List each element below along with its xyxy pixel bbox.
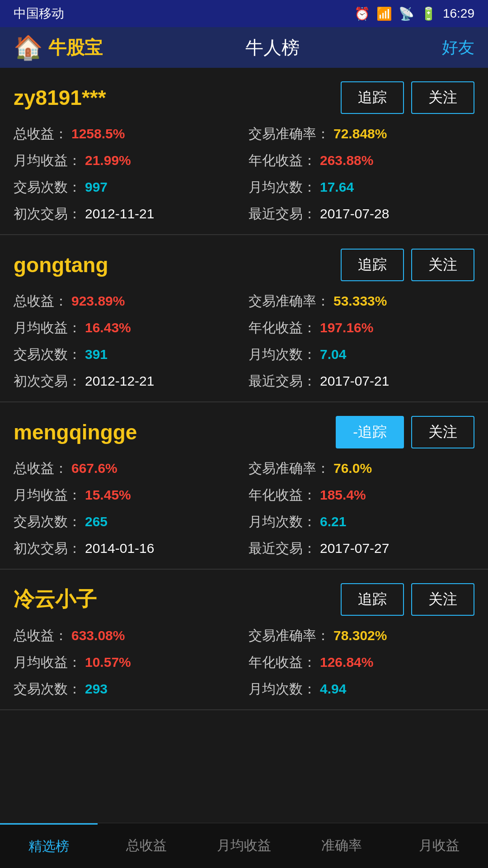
stat-item-3-5: 月均次数：4.94 xyxy=(249,680,474,698)
stat-value-0-5: 17.64 xyxy=(320,179,354,195)
stat-value-3-1: 78.302% xyxy=(333,628,387,643)
stat-value-2-6: 2014-01-16 xyxy=(85,541,154,556)
stat-label-3-2: 月均收益： xyxy=(14,653,81,672)
stat-label-2-0: 总收益： xyxy=(14,459,68,478)
stat-label-0-4: 交易次数： xyxy=(14,178,81,197)
user-card-header-3: 冷云小子追踪关注 xyxy=(14,583,474,616)
stat-item-2-0: 总收益：667.6% xyxy=(14,459,239,478)
stat-value-0-4: 997 xyxy=(85,179,108,195)
stat-label-2-3: 年化收益： xyxy=(249,486,316,505)
stat-item-0-4: 交易次数：997 xyxy=(14,178,239,197)
stat-item-2-4: 交易次数：265 xyxy=(14,513,239,531)
user-name-1: gongtang xyxy=(14,253,108,277)
stat-item-3-3: 年化收益：126.84% xyxy=(249,653,474,672)
user-card-header-0: zy8191***追踪关注 xyxy=(14,81,474,114)
battery-icon: 🔋 xyxy=(421,6,436,21)
signal-icon: 📡 xyxy=(399,6,414,21)
follow-button-2[interactable]: 关注 xyxy=(411,416,474,448)
stat-value-0-1: 72.848% xyxy=(333,126,387,142)
stat-item-3-0: 总收益：633.08% xyxy=(14,627,239,645)
stat-value-3-5: 4.94 xyxy=(320,681,346,697)
stat-value-2-1: 76.0% xyxy=(333,461,372,476)
track-button-1[interactable]: 追踪 xyxy=(341,249,404,281)
stat-value-3-0: 633.08% xyxy=(71,628,125,643)
stat-item-1-5: 月均次数：7.04 xyxy=(249,345,474,364)
alarm-icon: ⏰ xyxy=(354,6,370,21)
carrier-label: 中国移动 xyxy=(14,5,64,22)
stat-label-3-5: 月均次数： xyxy=(249,680,316,698)
friend-button[interactable]: 好友 xyxy=(442,37,474,59)
stat-item-2-1: 交易准确率：76.0% xyxy=(249,459,474,478)
stat-label-1-6: 初次交易： xyxy=(14,372,81,391)
stat-label-2-5: 月均次数： xyxy=(249,513,316,531)
stat-item-3-1: 交易准确率：78.302% xyxy=(249,627,474,645)
tab-item-2[interactable]: 月均收益 xyxy=(195,823,293,868)
stat-label-0-3: 年化收益： xyxy=(249,151,316,170)
stat-label-2-2: 月均收益： xyxy=(14,486,81,505)
stat-value-1-2: 16.43% xyxy=(85,320,131,335)
stat-item-3-4: 交易次数：293 xyxy=(14,680,239,698)
logo-text: 牛股宝 xyxy=(48,35,103,60)
stat-value-0-6: 2012-11-21 xyxy=(85,206,154,222)
stat-item-2-5: 月均次数：6.21 xyxy=(249,513,474,531)
track-button-2[interactable]: -追踪 xyxy=(336,416,404,448)
stat-item-0-7: 最近交易：2017-07-28 xyxy=(249,205,474,223)
user-actions-3: 追踪关注 xyxy=(341,583,474,616)
stat-value-2-7: 2017-07-27 xyxy=(320,541,389,556)
stat-value-0-0: 1258.5% xyxy=(71,126,125,142)
status-bar: 中国移动 ⏰ 📶 📡 🔋 16:29 xyxy=(0,0,488,27)
user-card-header-2: mengqingge-追踪关注 xyxy=(14,416,474,448)
stat-value-1-4: 391 xyxy=(85,347,108,362)
stat-value-1-7: 2017-07-21 xyxy=(320,373,389,389)
tab-bar: 精选榜总收益月均收益准确率月收益 xyxy=(0,823,488,868)
stat-value-1-1: 53.333% xyxy=(333,293,387,309)
stat-label-2-4: 交易次数： xyxy=(14,513,81,531)
stat-label-1-4: 交易次数： xyxy=(14,345,81,364)
stats-grid-3: 总收益：633.08%交易准确率：78.302%月均收益：10.57%年化收益：… xyxy=(14,627,474,698)
page-title: 牛人榜 xyxy=(245,35,300,60)
status-bar-right: ⏰ 📶 📡 🔋 16:29 xyxy=(354,6,474,21)
user-name-2: mengqingge xyxy=(14,420,137,444)
stat-value-0-7: 2017-07-28 xyxy=(320,206,389,222)
stat-label-1-7: 最近交易： xyxy=(249,372,316,391)
stat-label-0-1: 交易准确率： xyxy=(249,125,330,143)
stat-item-1-4: 交易次数：391 xyxy=(14,345,239,364)
content-area: zy8191***追踪关注总收益：1258.5%交易准确率：72.848%月均收… xyxy=(0,68,488,710)
stat-label-0-5: 月均次数： xyxy=(249,178,316,197)
stat-label-3-0: 总收益： xyxy=(14,627,68,645)
app-header: 🏠 牛股宝 牛人榜 好友 xyxy=(0,27,488,68)
stats-grid-2: 总收益：667.6%交易准确率：76.0%月均收益：15.45%年化收益：185… xyxy=(14,459,474,558)
follow-button-3[interactable]: 关注 xyxy=(411,583,474,616)
user-card-0: zy8191***追踪关注总收益：1258.5%交易准确率：72.848%月均收… xyxy=(0,68,488,235)
stat-item-0-5: 月均次数：17.64 xyxy=(249,178,474,197)
tab-item-4[interactable]: 月收益 xyxy=(390,823,488,868)
stat-item-2-6: 初次交易：2014-01-16 xyxy=(14,539,239,558)
stat-label-1-2: 月均收益： xyxy=(14,319,81,337)
stats-grid-0: 总收益：1258.5%交易准确率：72.848%月均收益：21.99%年化收益：… xyxy=(14,125,474,223)
wifi-icon: 📶 xyxy=(376,6,392,21)
tab-item-3[interactable]: 准确率 xyxy=(293,823,390,868)
logo-icon: 🏠 xyxy=(14,34,43,61)
tab-item-1[interactable]: 总收益 xyxy=(98,823,195,868)
stat-item-1-2: 月均收益：16.43% xyxy=(14,319,239,337)
follow-button-0[interactable]: 关注 xyxy=(411,81,474,114)
follow-button-1[interactable]: 关注 xyxy=(411,249,474,281)
tab-item-0[interactable]: 精选榜 xyxy=(0,823,98,868)
stat-item-1-1: 交易准确率：53.333% xyxy=(249,292,474,311)
stat-item-1-6: 初次交易：2012-12-21 xyxy=(14,372,239,391)
stat-value-2-4: 265 xyxy=(85,514,108,529)
stat-value-2-5: 6.21 xyxy=(320,514,346,529)
stat-label-1-0: 总收益： xyxy=(14,292,68,311)
track-button-3[interactable]: 追踪 xyxy=(341,583,404,616)
stat-value-0-3: 263.88% xyxy=(320,153,373,168)
stat-label-0-6: 初次交易： xyxy=(14,205,81,223)
user-actions-2: -追踪关注 xyxy=(336,416,474,448)
user-card-2: mengqingge-追踪关注总收益：667.6%交易准确率：76.0%月均收益… xyxy=(0,402,488,570)
stat-value-1-0: 923.89% xyxy=(71,293,125,309)
track-button-0[interactable]: 追踪 xyxy=(341,81,404,114)
user-name-0: zy8191*** xyxy=(14,85,106,110)
stat-label-2-6: 初次交易： xyxy=(14,539,81,558)
stat-label-0-7: 最近交易： xyxy=(249,205,316,223)
stat-value-2-2: 15.45% xyxy=(85,487,131,503)
stat-item-3-2: 月均收益：10.57% xyxy=(14,653,239,672)
